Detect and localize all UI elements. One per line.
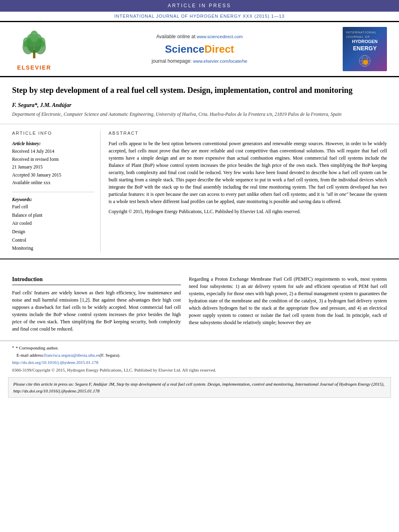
svg-point-6: [30, 31, 38, 42]
received2: Received in revised form: [12, 156, 94, 164]
introduction-title: Introduction: [12, 275, 181, 285]
header-bottom-border: [0, 77, 399, 77]
received2b: 21 January 2015: [12, 163, 94, 171]
keywords-list: Fuel cell Balance of plant Air cooled De…: [12, 203, 94, 253]
abstract-label: ABSTRACT: [109, 130, 387, 136]
keyword-control: Control: [12, 236, 94, 244]
body-right: Regarding a Proton Exchange Membrane Fue…: [189, 275, 387, 333]
journal-homepage: journal homepage: www.elsevier.com/locat…: [152, 58, 247, 65]
abstract-section: ABSTRACT Fuel cells appear to be the bes…: [109, 130, 387, 253]
email-note: E-mail address: francisca.segura@diesia.…: [12, 352, 387, 358]
journal-line-text: INTERNATIONAL JOURNAL OF HYDROGEN ENERGY…: [114, 14, 284, 18]
svg-point-8: [39, 37, 45, 47]
paper-title: Step by step development of a real fuel …: [12, 85, 387, 95]
keyword-monitoring: Monitoring: [12, 244, 94, 253]
citation-box: Please cite this article in press as: Se…: [8, 377, 391, 398]
abstract-open-italic: open: [155, 191, 165, 197]
email-label: E-mail address:: [16, 352, 44, 358]
sciencedirect-brand: ScienceDirect: [165, 42, 234, 56]
hydrogen-ij-text: International Journal of: [346, 30, 384, 39]
affiliation: Department of Electronic, Computer Scien…: [12, 111, 387, 118]
email-label-text: [12, 352, 16, 358]
journal-homepage-link[interactable]: www.elsevier.com/locate/he: [193, 59, 247, 64]
author-names: F. Segura*, J.M. Andújar: [12, 102, 71, 108]
hydrogen-globe-icon: [357, 54, 373, 68]
body-left: Introduction Fuel cells' features are wi…: [12, 275, 181, 333]
keyword-air-cooled: Air cooled: [12, 219, 94, 228]
available: Available online xxx: [12, 179, 94, 187]
hydrogen-energy: ENERGY: [353, 45, 376, 53]
elsevier-logo: ELSEVIER: [8, 26, 60, 72]
abstract-copyright: Copyright © 2015, Hydrogen Energy Public…: [109, 208, 387, 215]
article-info-label: ARTICLE INFO: [12, 130, 94, 136]
accepted: Accepted 30 January 2015: [12, 171, 94, 179]
doi-link[interactable]: http://dx.doi.org/10.1016/j.ijhydene.201…: [12, 359, 387, 366]
footer-copyright: 0360-3199/Copyright © 2015, Hydrogen Ene…: [12, 367, 387, 373]
spacer: [0, 259, 399, 267]
received1: Received 14 July 2014: [12, 148, 94, 156]
keyword-design: Design: [12, 228, 94, 236]
elsevier-tree-icon: [16, 26, 52, 62]
introduction-left-text: Fuel cells' features are widely known as…: [12, 289, 181, 333]
corresponding-note: * * Corresponding author.: [12, 345, 387, 351]
keyword-fuel-cell: Fuel cell: [12, 203, 94, 211]
article-info: ARTICLE INFO Article history: Received 1…: [12, 130, 101, 253]
article-in-press-banner: ARTICLE IN PRESS: [0, 0, 399, 12]
hydrogen-box: International Journal of HYDROGEN ENERGY: [343, 27, 387, 71]
journal-line: INTERNATIONAL JOURNAL OF HYDROGEN ENERGY…: [0, 12, 399, 21]
hydrogen-title: HYDROGEN: [352, 39, 378, 44]
email-suffix: (F. Segura).: [100, 352, 120, 358]
svg-point-15: [364, 61, 367, 64]
elsevier-brand: ELSEVIER: [17, 64, 51, 72]
authors: F. Segura*, J.M. Andújar: [12, 101, 387, 109]
keyword-balance: Balance of plant: [12, 211, 94, 220]
corresponding-label: * Corresponding author.: [16, 345, 59, 351]
available-online-text: Available online at www.sciencedirect.co…: [156, 33, 243, 40]
history-label: Article history:: [12, 140, 94, 148]
paper-section: Step by step development of a real fuel …: [0, 79, 399, 124]
sciencedirect-url[interactable]: www.sciencedirect.com: [197, 34, 243, 39]
body-content: Introduction Fuel cells' features are wi…: [0, 267, 399, 341]
abstract-allinone-italic: "all in one": [326, 191, 348, 197]
header-area: ELSEVIER Available online at www.science…: [0, 22, 399, 77]
introduction-right-text: Regarding a Proton Exchange Membrane Fue…: [189, 275, 387, 326]
citation-prefix: Please cite this article in press as: Se…: [13, 382, 385, 393]
footer-notes: * * Corresponding author. E-mail address…: [0, 341, 399, 374]
article-history: Article history: Received 14 July 2014 R…: [12, 140, 94, 187]
header-center: Available online at www.sciencedirect.co…: [60, 26, 339, 72]
svg-point-7: [23, 37, 29, 47]
abstract-text: Fuel cells appear to be the best option …: [109, 140, 387, 205]
star-symbol: *: [12, 345, 14, 351]
author-email[interactable]: francisca.segura@diesia.uhu.es: [44, 352, 100, 358]
hydrogen-logo: International Journal of HYDROGEN ENERGY: [339, 26, 391, 72]
keywords-label: Keywords:: [12, 196, 94, 203]
banner-text: ARTICLE IN PRESS: [168, 3, 231, 8]
article-abstract-section: ARTICLE INFO Article history: Received 1…: [0, 124, 399, 259]
divider: [12, 192, 94, 192]
